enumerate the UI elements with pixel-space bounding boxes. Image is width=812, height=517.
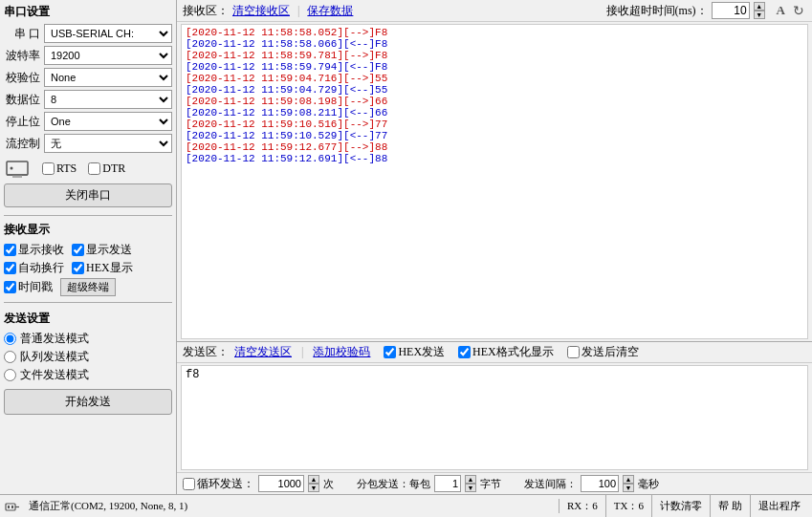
status-text: 通信正常(COM2, 19200, None, 8, 1): [25, 499, 560, 513]
interval-down-button[interactable]: ▼: [623, 484, 634, 492]
refresh-icon-button[interactable]: ↻: [791, 3, 806, 18]
send-input[interactable]: [181, 365, 808, 470]
flowcontrol-label: 流控制: [4, 136, 44, 152]
normal-send-radio[interactable]: [4, 333, 16, 345]
packet-down-button[interactable]: ▼: [465, 484, 476, 492]
clear-count-button[interactable]: 计数清零: [652, 495, 711, 517]
receive-display-row3: 时间戳 超级终端: [4, 278, 172, 296]
log-line: [2020-11-12 11:58:59.781][-->]F8: [186, 50, 803, 61]
svg-rect-4: [6, 504, 15, 510]
packet-up-button[interactable]: ▲: [465, 475, 476, 484]
send-mode-section: 发送设置 普通发送模式 队列发送模式 文件发送模式 开始发送: [4, 311, 172, 415]
receive-display-row1: 显示接收 显示发送: [4, 242, 172, 258]
show-receive-label[interactable]: 显示接收: [4, 242, 64, 258]
add-checksum-button[interactable]: 添加校验码: [313, 344, 370, 360]
rts-checkbox[interactable]: [42, 162, 55, 175]
databits-select[interactable]: 8: [44, 90, 172, 109]
rts-dtr-row: RTS DTR: [4, 156, 172, 181]
packet-input[interactable]: [434, 475, 461, 492]
send-area-label: 发送区：: [183, 344, 229, 360]
top-area: 串口设置 串 口 USB-SERIAL CH: 波特率 19200 校验位 No…: [0, 0, 812, 494]
timeout-up-button[interactable]: ▲: [754, 2, 765, 11]
help-button[interactable]: 帮 助: [711, 495, 751, 517]
tx-cell: TX：6: [606, 495, 652, 517]
databits-label: 数据位: [4, 92, 44, 108]
main-container: 串口设置 串 口 USB-SERIAL CH: 波特率 19200 校验位 No…: [0, 0, 812, 517]
hex-display-checkbox[interactable]: [72, 262, 84, 274]
clear-after-label[interactable]: 发送后清空: [567, 344, 639, 360]
log-line: [2020-11-12 11:59:12.691][<--]88: [186, 153, 803, 164]
save-data-button[interactable]: 保存数据: [307, 3, 353, 19]
port-select[interactable]: USB-SERIAL CH:: [44, 24, 172, 43]
receive-display-row2: 自动换行 HEX显示: [4, 260, 172, 276]
hex-display-label[interactable]: HEX显示: [72, 260, 133, 276]
flowcontrol-select[interactable]: 无: [44, 134, 172, 153]
timeout-label: 接收超时时间(ms)：: [606, 3, 708, 19]
interval-up-button[interactable]: ▲: [623, 475, 634, 484]
right-panel: 接收区： 清空接收区 | 保存数据 接收超时时间(ms)： ▲ ▼ A ↻: [177, 0, 812, 494]
send-toolbar: 发送区： 清空发送区 | 添加校验码 HEX发送 HEX格式化显示 发送后清空: [177, 342, 812, 363]
databits-row: 数据位 8: [4, 90, 172, 109]
super-terminal-button[interactable]: 超级终端: [60, 278, 116, 296]
count-down-button[interactable]: ▼: [308, 484, 319, 492]
timestamp-checkbox[interactable]: [4, 281, 16, 293]
stopbits-select[interactable]: One: [44, 112, 172, 131]
hex-send-label[interactable]: HEX发送: [384, 344, 445, 360]
timeout-input[interactable]: [712, 2, 750, 19]
dtr-checkbox-label[interactable]: DTR: [88, 162, 125, 176]
clear-receive-button[interactable]: 清空接收区: [232, 3, 290, 19]
timestamp-label[interactable]: 时间戳: [4, 279, 53, 295]
auto-newline-checkbox[interactable]: [4, 262, 16, 274]
ms-label: 毫秒: [638, 477, 659, 491]
file-send-radio[interactable]: [4, 369, 16, 381]
clear-after-checkbox[interactable]: [567, 346, 580, 358]
loop-send-label[interactable]: 循环发送：: [183, 476, 254, 492]
queue-send-radio[interactable]: [4, 351, 16, 363]
packet-label: 分包发送：每包: [357, 477, 430, 491]
interval-input[interactable]: [581, 475, 619, 492]
file-send-row: 文件发送模式: [4, 367, 172, 383]
auto-newline-label[interactable]: 自动换行: [4, 260, 64, 276]
dtr-checkbox[interactable]: [88, 162, 100, 175]
exit-button[interactable]: 退出程序: [751, 495, 808, 517]
log-line: [2020-11-12 11:58:59.794][<--]F8: [186, 61, 803, 73]
log-line: [2020-11-12 11:58:58.066][<--]F8: [186, 38, 803, 50]
start-send-button[interactable]: 开始发送: [4, 389, 172, 415]
baud-label: 波特率: [4, 48, 44, 64]
timeout-spinner: ▲ ▼: [754, 2, 765, 19]
receive-display-title: 接收显示: [4, 222, 172, 238]
hex-send-checkbox[interactable]: [384, 346, 396, 358]
stopbits-label: 停止位: [4, 114, 44, 130]
rx-cell: RX：6: [560, 495, 606, 517]
show-receive-checkbox[interactable]: [4, 244, 16, 256]
parity-select[interactable]: None: [44, 68, 172, 87]
parity-row: 校验位 None: [4, 68, 172, 87]
times-label: 次: [323, 477, 334, 491]
interval-spinner: ▲ ▼: [623, 475, 634, 492]
port-row: 串 口 USB-SERIAL CH:: [4, 24, 172, 43]
serial-settings-title: 串口设置: [4, 4, 172, 20]
log-line: [2020-11-12 11:59:08.198][-->]66: [186, 96, 803, 107]
left-panel: 串口设置 串 口 USB-SERIAL CH: 波特率 19200 校验位 No…: [0, 0, 177, 494]
show-send-checkbox[interactable]: [72, 244, 84, 256]
count-up-button[interactable]: ▲: [308, 475, 319, 484]
hex-format-label[interactable]: HEX格式化显示: [458, 344, 554, 360]
font-icon-button[interactable]: A: [775, 3, 787, 18]
count-input[interactable]: [258, 475, 304, 492]
log-line: [2020-11-12 11:59:04.716][-->]55: [186, 73, 803, 84]
status-bar: 通信正常(COM2, 19200, None, 8, 1) RX：6 TX：6 …: [0, 494, 812, 517]
clear-send-button[interactable]: 清空发送区: [234, 344, 292, 360]
close-port-button[interactable]: 关闭串口: [4, 183, 172, 207]
rts-checkbox-label[interactable]: RTS: [42, 162, 77, 176]
status-icon: [4, 498, 21, 515]
icon-buttons: A ↻: [775, 3, 806, 18]
timeout-down-button[interactable]: ▼: [754, 11, 765, 19]
receive-section: 接收显示 显示接收 显示发送 自动换行: [4, 222, 172, 298]
baud-select[interactable]: 19200: [44, 46, 172, 65]
show-send-label[interactable]: 显示发送: [72, 242, 132, 258]
queue-send-row: 队列发送模式: [4, 349, 172, 365]
log-line: [2020-11-12 11:59:04.729][<--]55: [186, 84, 803, 96]
hex-format-checkbox[interactable]: [458, 346, 471, 358]
connection-icon: [5, 499, 20, 514]
loop-send-checkbox[interactable]: [183, 478, 195, 490]
